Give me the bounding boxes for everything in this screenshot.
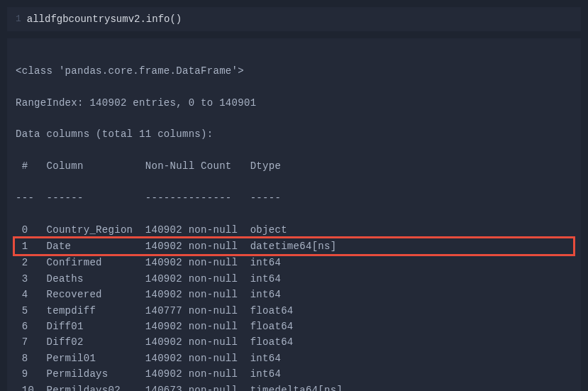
table-row: 8 Permil01 140902 non-null int64 — [16, 351, 572, 366]
table-row: 4 Recovered 140902 non-null int64 — [16, 287, 572, 302]
data-columns-header: Data columns (total 11 columns): — [16, 126, 572, 142]
divider-line: --- ------ -------------- ----- — [16, 190, 572, 206]
data-rows-container: 0 Country_Region 140902 non-null object … — [16, 222, 572, 391]
table-row: 5 tempdiff 140777 non-null float64 — [16, 303, 572, 319]
column-header: # Column Non-Null Count Dtype — [16, 158, 572, 174]
range-index: RangeIndex: 140902 entries, 0 to 140901 — [16, 95, 572, 111]
table-row: 9 Permildays 140902 non-null int64 — [16, 366, 572, 382]
parentheses: () — [170, 13, 182, 25]
code-expression: alldfgbcountrysumv2.info() — [27, 11, 182, 27]
table-row: 10 Permildays02 140673 non-null timedelt… — [16, 382, 572, 391]
variable-name: alldfgbcountrysumv2 — [27, 13, 140, 25]
table-row: 1 Date 140902 non-null datetime64[ns] — [16, 238, 572, 254]
class-info: <class 'pandas.core.frame.DataFrame'> — [16, 63, 572, 79]
line-number: 1 — [16, 12, 21, 27]
output-cell: <class 'pandas.core.frame.DataFrame'> Ra… — [7, 38, 581, 391]
highlighted-row: 1 Date 140902 non-null datetime64[ns] — [13, 236, 575, 256]
code-input-cell[interactable]: 1 alldfgbcountrysumv2.info() — [7, 7, 581, 31]
table-row: 2 Confirmed 140902 non-null int64 — [16, 255, 572, 270]
table-row: 7 Diff02 140902 non-null float64 — [16, 334, 572, 350]
table-row: 6 Diff01 140902 non-null float64 — [16, 319, 572, 334]
table-row: 3 Deaths 140902 non-null int64 — [16, 271, 572, 287]
method-name: .info — [140, 13, 170, 25]
table-row: 0 Country_Region 140902 non-null object — [16, 222, 572, 238]
